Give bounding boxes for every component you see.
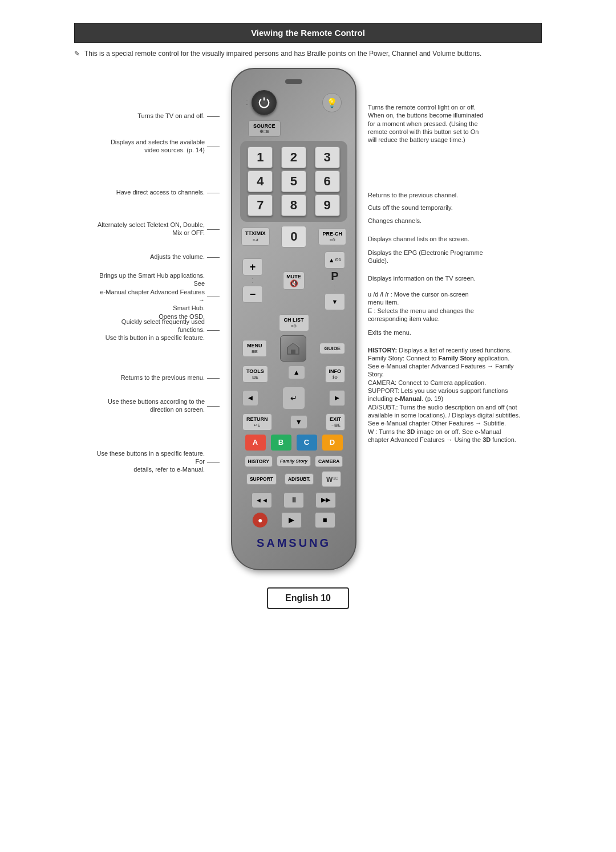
footer-badge: English 10 — [267, 587, 349, 609]
btn-c[interactable]: C — [297, 435, 317, 451]
smart-hub-button[interactable] — [280, 335, 306, 362]
ann-hist: HISTORY: Displays a list of recently use… — [368, 346, 522, 444]
dpad-up-button[interactable]: ▲ — [288, 366, 305, 379]
ann-vol: Adjusts the volume. —— — [150, 242, 220, 271]
volume-section: + ·· − — [242, 258, 263, 303]
ann-exit: Exits the menu. — [368, 328, 522, 336]
page: Viewing the Remote Control This is a spe… — [0, 0, 616, 852]
ttx-button[interactable]: TTX/MIX ≡⊿ — [241, 228, 270, 246]
support-button[interactable]: SUPPORT — [246, 473, 277, 485]
media-row1: ◄◄ ⏸ ▶▶ — [240, 492, 347, 508]
btn-1[interactable]: 1 — [248, 147, 273, 168]
footer-text: English 10 — [285, 593, 331, 603]
btn-d[interactable]: D — [322, 435, 343, 451]
left-annotations: Turns the TV on and off. —— Displays and… — [94, 68, 220, 473]
vol-up-button[interactable]: + — [242, 258, 263, 275]
chlist-button[interactable]: CH LIST ≡⊙ — [279, 314, 309, 331]
mute-label: MUTE — [286, 274, 301, 279]
dpad-enter-button[interactable]: ↵ — [282, 387, 305, 409]
mute-section: MUTE 🔇 — [283, 271, 305, 290]
samsung-logo: SAMSUNG — [257, 537, 331, 550]
play-button[interactable]: ▶ — [281, 512, 302, 528]
page-title: Viewing the Remote Control — [251, 28, 365, 38]
disclaimer-text: This is a special remote control for the… — [84, 50, 481, 58]
btn-a[interactable]: A — [245, 435, 266, 451]
dpad-right-button[interactable]: ► — [329, 390, 345, 406]
header-bar: Viewing the Remote Control — [74, 23, 542, 43]
btn-3[interactable]: 3 — [315, 147, 340, 168]
vol-ch-area: + ·· − MUTE 🔇 — [240, 251, 347, 310]
menu-guide-row: MENU ⊞E GUIDE — [240, 335, 347, 362]
history-button[interactable]: HISTORY — [245, 456, 273, 467]
light-button[interactable]: 💡 — [322, 93, 342, 112]
ann-dpad: u /d /l /r : Move the cursor on-screenme… — [368, 290, 522, 323]
ann-media: Use these buttons in a specific feature.… — [94, 450, 220, 473]
num-row-2: 4 5 6 — [245, 171, 343, 192]
btn-8[interactable]: 8 — [281, 194, 306, 216]
ch-down-button[interactable]: ▼ — [325, 293, 345, 310]
abcd-row: A B C D — [240, 435, 347, 451]
exit-label: EXIT — [330, 416, 341, 422]
btn-5[interactable]: 5 — [281, 171, 306, 192]
ann-channels: Have direct access to channels. —— — [116, 169, 220, 215]
history-label: HISTORY — [248, 459, 269, 464]
svg-rect-1 — [291, 350, 295, 354]
support-row: SUPPORT AD/SUBT. W 3D — [240, 471, 347, 487]
btn-2[interactable]: 2 — [281, 147, 306, 168]
menu-label: MENU — [247, 343, 262, 348]
remote-container: ···· 💡 SOURCE ⊕□E — [220, 68, 368, 570]
exit-button[interactable]: EXIT →⊞E — [326, 413, 345, 431]
tools-label: TOOLS — [246, 368, 264, 374]
source-row: SOURCE ⊕□E — [240, 120, 347, 137]
chlist-row: CH LIST ≡⊙ — [240, 314, 347, 331]
adsub-button[interactable]: AD/SUBT. — [285, 473, 314, 485]
svg-text:W: W — [326, 476, 333, 484]
ch-up-button[interactable]: ▲ ⊙1 — [325, 251, 345, 269]
ann-abcd: Use these buttons according to thedirect… — [108, 395, 220, 416]
camera-button[interactable]: CAMERA — [315, 456, 343, 467]
stop-button[interactable]: ■ — [315, 512, 335, 528]
chlist-label: CH LIST — [284, 317, 304, 323]
braille-dots-vol: ·· — [252, 277, 253, 285]
btn-7[interactable]: 7 — [248, 194, 273, 216]
pause-button[interactable]: ⏸ — [283, 492, 304, 508]
ann-tools: Quickly select frequently used functions… — [94, 319, 220, 340]
disclaimer: This is a special remote control for the… — [74, 50, 542, 58]
btn-b[interactable]: B — [271, 435, 291, 451]
camera-label: CAMERA — [318, 459, 339, 464]
footer: English 10 — [74, 587, 542, 609]
return-label: RETURN — [246, 416, 268, 422]
media-row2: ● ▶ ■ — [240, 512, 347, 528]
prech-button[interactable]: PRE-CH ≡⊙ — [318, 228, 346, 245]
ff-button[interactable]: ▶▶ — [315, 492, 336, 508]
mute-button[interactable]: MUTE 🔇 — [283, 271, 305, 290]
menu-button[interactable]: MENU ⊞E — [242, 340, 267, 357]
hist-row: HISTORY Family Story CAMERA — [240, 456, 347, 467]
rew-button[interactable]: ◄◄ — [252, 492, 272, 508]
dpad-down-button[interactable]: ▼ — [290, 415, 307, 429]
dpad-left-button[interactable]: ◄ — [242, 390, 258, 406]
power-button[interactable] — [252, 90, 277, 115]
source-button[interactable]: SOURCE ⊕□E — [248, 120, 281, 137]
return-button[interactable]: RETURN ↩E — [242, 413, 272, 431]
ann-power: Turns the TV on and off. —— — [137, 103, 220, 128]
btn-9[interactable]: 9 — [315, 194, 340, 216]
ann-prech: Returns to the previous channel. — [368, 191, 522, 199]
btn-0[interactable]: 0 — [281, 226, 306, 248]
tools-button[interactable]: TOOLS ⊡E — [242, 366, 268, 383]
familystory-button[interactable]: Family Story — [277, 456, 311, 466]
svg-text:3D: 3D — [333, 476, 338, 480]
ann-mute: Cuts off the sound temporarily. — [368, 204, 522, 212]
info-button[interactable]: INFO ℹ⊙ — [325, 366, 346, 383]
guide-button[interactable]: GUIDE — [319, 343, 345, 354]
btn-4[interactable]: 4 — [248, 171, 273, 192]
btn-6[interactable]: 6 — [315, 171, 340, 192]
ann-smarthub: Brings up the Smart Hub applications. Se… — [94, 281, 220, 311]
w-button[interactable]: W 3D — [322, 471, 341, 487]
number-pad: 1 2 3 4 5 6 7 8 9 — [240, 141, 347, 222]
ann-guide: Displays the EPG (Electronic ProgrammeGu… — [368, 249, 522, 265]
rec-button[interactable]: ● — [252, 512, 268, 528]
prech-label: PRE-CH — [322, 231, 342, 237]
return-exit-row: RETURN ↩E ▼ EXIT →⊞E — [240, 413, 347, 431]
vol-down-button[interactable]: − — [242, 286, 263, 303]
